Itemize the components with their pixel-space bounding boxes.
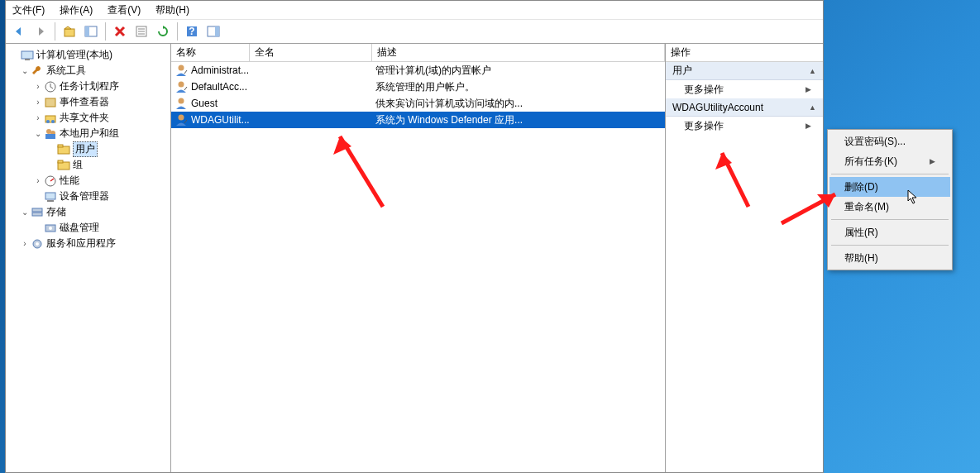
- user-icon: [174, 113, 188, 127]
- tree-label: 任务计划程序: [60, 79, 119, 93]
- action-section-account[interactable]: WDAGUtilityAccount ▲: [666, 98, 823, 117]
- tree-groups[interactable]: 组: [7, 157, 169, 173]
- collapse-icon[interactable]: ⌄: [19, 66, 31, 75]
- users-icon: [44, 127, 57, 141]
- refresh-button[interactable]: [153, 22, 173, 41]
- menu-item-label: 属性(R): [844, 226, 878, 240]
- svg-rect-20: [45, 134, 55, 139]
- collapse-icon[interactable]: ⌄: [32, 129, 44, 138]
- tree-performance[interactable]: › 性能: [7, 173, 169, 189]
- action-more-1[interactable]: 更多操作 ▶: [666, 80, 823, 98]
- cell-name: Administrat...: [191, 64, 253, 76]
- menu-help[interactable]: 帮助(H): [155, 3, 189, 17]
- clock-icon: [44, 80, 57, 93]
- table-row[interactable]: Guest供来宾访问计算机或访问域的内...: [171, 95, 665, 112]
- tree-label: 磁盘管理: [60, 221, 99, 235]
- tree-system-tools[interactable]: ⌄ 系统工具: [7, 63, 169, 79]
- action-section-users[interactable]: 用户 ▲: [666, 62, 823, 80]
- svg-point-36: [179, 98, 184, 104]
- tree-shared-folders[interactable]: › 共享文件夹: [7, 110, 169, 126]
- submenu-icon: ▶: [806, 85, 811, 93]
- menu-file[interactable]: 文件(F): [12, 3, 45, 17]
- expand-icon[interactable]: ›: [32, 98, 44, 107]
- menu-action[interactable]: 操作(A): [60, 3, 93, 17]
- tree-users[interactable]: 用户: [7, 141, 169, 157]
- expand-icon[interactable]: ›: [32, 176, 44, 185]
- menu-item[interactable]: 设置密码(S)...: [829, 131, 950, 151]
- storage-icon: [31, 206, 44, 219]
- svg-point-31: [49, 227, 52, 230]
- tree-event-viewer[interactable]: › 事件查看器: [7, 94, 169, 110]
- table-row[interactable]: WDAGUtilit...系统为 Windows Defender 应用...: [171, 112, 665, 128]
- svg-rect-2: [85, 26, 89, 36]
- user-icon: [174, 80, 188, 93]
- disk-icon: [44, 222, 57, 235]
- up-button[interactable]: [60, 22, 79, 41]
- expand-icon[interactable]: ›: [19, 239, 31, 248]
- svg-text:?: ?: [189, 26, 194, 37]
- table-row[interactable]: DefaultAcc...系统管理的用户帐户。: [171, 79, 665, 95]
- show-hide-tree-button[interactable]: [81, 22, 101, 41]
- action-more-2[interactable]: 更多操作 ▶: [666, 117, 823, 135]
- folder-icon: [57, 143, 70, 156]
- menu-item-label: 重命名(M): [844, 200, 889, 214]
- table-row[interactable]: Administrat...管理计算机(域)的内置帐户: [171, 62, 665, 79]
- svg-rect-14: [45, 98, 55, 107]
- collapse-icon[interactable]: ⌄: [19, 208, 31, 217]
- list-body[interactable]: Administrat...管理计算机(域)的内置帐户DefaultAcc...…: [171, 62, 665, 472]
- expand-icon[interactable]: ›: [32, 113, 44, 122]
- tree-local-users[interactable]: ⌄ 本地用户和组: [7, 126, 169, 141]
- col-name[interactable]: 名称: [171, 44, 250, 61]
- tree-pane[interactable]: 计算机管理(本地) ⌄ 系统工具 › 任务计划程序 › 事件查看器 › 共享文件…: [6, 44, 171, 472]
- menu-item[interactable]: 重命名(M): [829, 197, 950, 217]
- menu-item[interactable]: 属性(R): [829, 222, 950, 242]
- show-hide-action-button[interactable]: [203, 22, 223, 41]
- forward-button[interactable]: [31, 22, 50, 41]
- svg-rect-0: [65, 29, 74, 36]
- tree-disk-management[interactable]: 磁盘管理: [7, 220, 169, 236]
- properties-button[interactable]: [131, 22, 151, 41]
- svg-rect-12: [25, 59, 30, 60]
- menu-view[interactable]: 查看(V): [108, 3, 141, 17]
- cell-desc: 系统为 Windows Defender 应用...: [375, 113, 665, 127]
- expand-icon[interactable]: ›: [32, 82, 44, 91]
- context-menu: 设置密码(S)...所有任务(K)▶删除(D)重命名(M)属性(R)帮助(H): [827, 129, 953, 270]
- tree-device-manager[interactable]: 设备管理器: [7, 189, 169, 204]
- action-title: 操作: [666, 44, 823, 62]
- tree-storage[interactable]: ⌄ 存储: [7, 204, 169, 220]
- back-button[interactable]: [9, 22, 29, 41]
- svg-point-37: [179, 115, 184, 121]
- tree-label: 服务和应用程序: [46, 236, 116, 251]
- tree-label: 本地用户和组: [60, 127, 119, 141]
- shared-folder-icon: [44, 112, 57, 125]
- help-button[interactable]: ?: [182, 22, 202, 41]
- svg-rect-11: [22, 51, 33, 59]
- svg-rect-24: [58, 160, 63, 163]
- user-icon: [174, 97, 188, 110]
- tree-label: 共享文件夹: [60, 111, 109, 125]
- col-desc[interactable]: 描述: [372, 44, 665, 61]
- tree-label: 组: [73, 158, 83, 172]
- tree-task-scheduler[interactable]: › 任务计划程序: [7, 79, 169, 94]
- collapse-icon: ▲: [809, 67, 816, 75]
- svg-rect-22: [58, 145, 63, 147]
- toolbar-sep: [105, 22, 106, 41]
- cell-desc: 供来宾访问计算机或访问域的内...: [375, 97, 665, 111]
- tree-label: 事件查看器: [60, 95, 109, 109]
- body-row: 计算机管理(本地) ⌄ 系统工具 › 任务计划程序 › 事件查看器 › 共享文件…: [6, 44, 823, 472]
- action-item-label: 更多操作: [684, 119, 724, 133]
- menubar: 文件(F) 操作(A) 查看(V) 帮助(H): [6, 1, 823, 19]
- svg-point-34: [179, 65, 184, 71]
- menu-item[interactable]: 帮助(H): [829, 248, 950, 268]
- svg-point-16: [46, 120, 50, 123]
- tree-root[interactable]: 计算机管理(本地): [7, 47, 169, 63]
- device-icon: [44, 190, 57, 203]
- svg-point-33: [36, 242, 39, 246]
- delete-button[interactable]: [110, 22, 130, 41]
- menu-item[interactable]: 所有任务(K)▶: [829, 151, 950, 171]
- col-fullname[interactable]: 全名: [250, 44, 372, 61]
- tree-services-apps[interactable]: › 服务和应用程序: [7, 236, 169, 251]
- wrench-icon: [31, 64, 44, 78]
- menu-item[interactable]: 删除(D): [829, 177, 950, 197]
- cell-name: Guest: [191, 98, 253, 109]
